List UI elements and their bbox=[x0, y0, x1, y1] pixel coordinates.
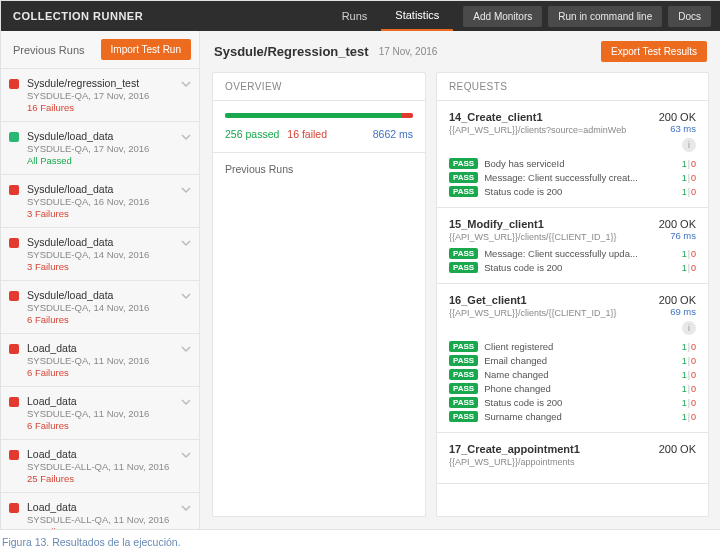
requests-list[interactable]: 14_Create_client1{{API_WS_URL}}/clients?… bbox=[437, 101, 708, 516]
assertion-message: Body has serviceId bbox=[484, 158, 675, 169]
run-meta: SYSDULE-QA, 11 Nov, 2016 bbox=[27, 355, 149, 366]
assertion-row: PASSStatus code is 2001|0 bbox=[449, 262, 696, 273]
run-item[interactable]: Sysdule/load_dataSYSDULE-QA, 14 Nov, 201… bbox=[1, 228, 199, 281]
chevron-down-icon[interactable] bbox=[181, 79, 191, 91]
sidebar: Previous Runs Import Test Run Sysdule/re… bbox=[1, 31, 200, 529]
request-time: 76 ms bbox=[659, 230, 696, 241]
tab-statistics[interactable]: Statistics bbox=[381, 1, 453, 31]
chevron-down-icon[interactable] bbox=[181, 132, 191, 144]
docs-button[interactable]: Docs bbox=[668, 6, 711, 27]
status-dot-icon bbox=[9, 79, 19, 89]
request-item[interactable]: 16_Get_client1{{API_WS_URL}}/clients/{{C… bbox=[437, 284, 708, 433]
export-results-button[interactable]: Export Test Results bbox=[601, 41, 707, 62]
run-status: 6 Failures bbox=[27, 314, 149, 325]
request-url: {{API_WS_URL}}/clients/{{CLIENT_ID_1}} bbox=[449, 308, 617, 318]
pass-chip: PASS bbox=[449, 397, 478, 408]
assertion-message: Status code is 200 bbox=[484, 262, 675, 273]
run-item[interactable]: Sysdule/load_dataSYSDULE-QA, 16 Nov, 201… bbox=[1, 175, 199, 228]
pass-chip: PASS bbox=[449, 186, 478, 197]
info-icon[interactable]: i bbox=[682, 321, 696, 335]
request-header: 16_Get_client1{{API_WS_URL}}/clients/{{C… bbox=[449, 294, 696, 335]
previous-runs-list[interactable]: Sysdule/regression_testSYSDULE-QA, 17 No… bbox=[1, 69, 199, 529]
assertion-count: 1|0 bbox=[682, 356, 696, 366]
chevron-down-icon[interactable] bbox=[181, 450, 191, 462]
chevron-down-icon[interactable] bbox=[181, 344, 191, 356]
request-name: 15_Modify_client1 bbox=[449, 218, 617, 230]
run-item[interactable]: Sysdule/load_dataSYSDULE-QA, 17 Nov, 201… bbox=[1, 122, 199, 175]
run-texts: Load_dataSYSDULE-ALL-QA, 11 Nov, 201638 … bbox=[27, 501, 169, 529]
run-name: Sysdule/load_data bbox=[27, 130, 149, 142]
run-meta: SYSDULE-QA, 14 Nov, 2016 bbox=[27, 302, 149, 313]
run-item[interactable]: Load_dataSYSDULE-ALL-QA, 11 Nov, 201625 … bbox=[1, 440, 199, 493]
request-status: 200 OK bbox=[659, 443, 696, 455]
request-status: 200 OK bbox=[659, 111, 696, 123]
assertion-row: PASSEmail changed1|0 bbox=[449, 355, 696, 366]
request-status: 200 OK bbox=[659, 218, 696, 230]
chevron-down-icon[interactable] bbox=[181, 397, 191, 409]
assertion-count: 1|0 bbox=[682, 342, 696, 352]
add-monitors-button[interactable]: Add Monitors bbox=[463, 6, 542, 27]
assertion-row: PASSMessage: Client successfully creat..… bbox=[449, 172, 696, 183]
assertion-message: Message: Client successfully upda... bbox=[484, 248, 675, 259]
status-dot-icon bbox=[9, 291, 19, 301]
assertion-row: PASSName changed1|0 bbox=[449, 369, 696, 380]
progress-bar bbox=[225, 113, 413, 118]
assertion-message: Name changed bbox=[484, 369, 675, 380]
request-title-block: 16_Get_client1{{API_WS_URL}}/clients/{{C… bbox=[449, 294, 617, 318]
run-item[interactable]: Load_dataSYSDULE-QA, 11 Nov, 20166 Failu… bbox=[1, 387, 199, 440]
run-cli-button[interactable]: Run in command line bbox=[548, 6, 662, 27]
status-dot-icon bbox=[9, 344, 19, 354]
run-item[interactable]: Sysdule/load_dataSYSDULE-QA, 14 Nov, 201… bbox=[1, 281, 199, 334]
request-url: {{API_WS_URL}}/appointments bbox=[449, 457, 580, 467]
sidebar-title: Previous Runs bbox=[13, 44, 85, 56]
run-item[interactable]: Load_dataSYSDULE-QA, 11 Nov, 20166 Failu… bbox=[1, 334, 199, 387]
request-title-block: 14_Create_client1{{API_WS_URL}}/clients?… bbox=[449, 111, 626, 135]
chevron-down-icon[interactable] bbox=[181, 291, 191, 303]
request-title-block: 15_Modify_client1{{API_WS_URL}}/clients/… bbox=[449, 218, 617, 242]
assertion-message: Surname changed bbox=[484, 411, 675, 422]
pass-chip: PASS bbox=[449, 369, 478, 380]
request-title-block: 17_Create_appointment1{{API_WS_URL}}/app… bbox=[449, 443, 580, 467]
run-item[interactable]: Sysdule/regression_testSYSDULE-QA, 17 No… bbox=[1, 69, 199, 122]
request-name: 16_Get_client1 bbox=[449, 294, 617, 306]
assertion-row: PASSBody has serviceId1|0 bbox=[449, 158, 696, 169]
panels: OVERVIEW 256 passed 16 failed bbox=[200, 66, 720, 529]
chevron-down-icon[interactable] bbox=[181, 185, 191, 197]
assertion-count: 1|0 bbox=[682, 173, 696, 183]
assertions: PASSMessage: Client successfully upda...… bbox=[449, 248, 696, 273]
request-item[interactable]: 14_Create_client1{{API_WS_URL}}/clients?… bbox=[437, 101, 708, 208]
run-status: 25 Failures bbox=[27, 473, 169, 484]
request-header: 17_Create_appointment1{{API_WS_URL}}/app… bbox=[449, 443, 696, 467]
import-test-run-button[interactable]: Import Test Run bbox=[101, 39, 191, 60]
assertion-message: Status code is 200 bbox=[484, 186, 675, 197]
request-status-block: 200 OK63 msi bbox=[659, 111, 696, 152]
pass-chip: PASS bbox=[449, 355, 478, 366]
assertion-count: 1|0 bbox=[682, 249, 696, 259]
info-icon[interactable]: i bbox=[682, 138, 696, 152]
previous-runs-link[interactable]: Previous Runs bbox=[213, 152, 425, 185]
run-texts: Load_dataSYSDULE-ALL-QA, 11 Nov, 201625 … bbox=[27, 448, 169, 484]
assertion-count: 1|0 bbox=[682, 384, 696, 394]
passed-label: 256 passed bbox=[225, 128, 279, 140]
pass-chip: PASS bbox=[449, 158, 478, 169]
status-dot-icon bbox=[9, 132, 19, 142]
main-panel: Sysdule/Regression_test 17 Nov, 2016 Exp… bbox=[200, 31, 720, 529]
chevron-down-icon[interactable] bbox=[181, 238, 191, 250]
pass-chip: PASS bbox=[449, 248, 478, 259]
assertion-row: PASSSurname changed1|0 bbox=[449, 411, 696, 422]
request-item[interactable]: 15_Modify_client1{{API_WS_URL}}/clients/… bbox=[437, 208, 708, 284]
request-time: 69 ms bbox=[659, 306, 696, 317]
assertion-count: 1|0 bbox=[682, 370, 696, 380]
run-texts: Sysdule/load_dataSYSDULE-QA, 16 Nov, 201… bbox=[27, 183, 149, 219]
run-name: Load_data bbox=[27, 395, 149, 407]
tab-runs[interactable]: Runs bbox=[328, 1, 382, 31]
assertion-count: 1|0 bbox=[682, 159, 696, 169]
chevron-down-icon[interactable] bbox=[181, 503, 191, 515]
request-item[interactable]: 17_Create_appointment1{{API_WS_URL}}/app… bbox=[437, 433, 708, 484]
run-status: All Passed bbox=[27, 155, 149, 166]
run-name: Sysdule/load_data bbox=[27, 183, 149, 195]
run-name: Sysdule/load_data bbox=[27, 289, 149, 301]
top-bar: COLLECTION RUNNER Runs Statistics Add Mo… bbox=[1, 1, 720, 31]
run-name: Load_data bbox=[27, 448, 169, 460]
run-item[interactable]: Load_dataSYSDULE-ALL-QA, 11 Nov, 201638 … bbox=[1, 493, 199, 529]
